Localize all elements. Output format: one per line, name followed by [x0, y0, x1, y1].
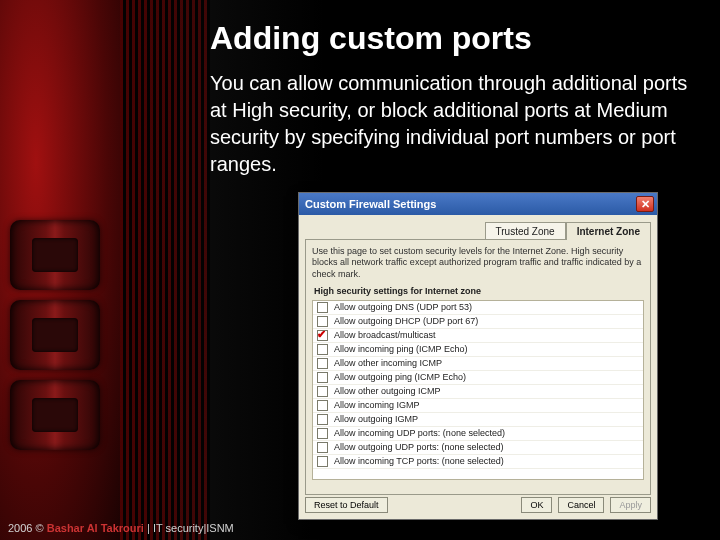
list-item-label: Allow outgoing IGMP	[334, 414, 418, 424]
left-decor-panel	[0, 0, 120, 540]
list-item[interactable]: Allow incoming ping (ICMP Echo)	[313, 343, 643, 357]
list-item[interactable]: Allow incoming TCP ports: (none selected…	[313, 455, 643, 469]
checkbox-icon[interactable]	[317, 414, 328, 425]
dialog-title: Custom Firewall Settings	[305, 198, 436, 210]
decor-stripes	[120, 0, 210, 540]
close-button[interactable]: ✕	[636, 196, 654, 212]
checkbox-icon[interactable]	[317, 386, 328, 397]
list-item-label: Allow outgoing ping (ICMP Echo)	[334, 372, 466, 382]
checkbox-icon[interactable]	[317, 344, 328, 355]
footer-org: IT security|ISNM	[153, 522, 234, 534]
list-item-label: Allow outgoing UDP ports: (none selected…	[334, 442, 503, 452]
list-item[interactable]: Allow outgoing DNS (UDP port 53)	[313, 301, 643, 315]
dialog-tab-panel: Use this page to set custom security lev…	[305, 239, 651, 495]
apply-button[interactable]: Apply	[610, 497, 651, 513]
list-item[interactable]: Allow incoming UDP ports: (none selected…	[313, 427, 643, 441]
list-item-label: Allow incoming UDP ports: (none selected…	[334, 428, 505, 438]
checkbox-icon[interactable]	[317, 442, 328, 453]
list-item-label: Allow incoming ping (ICMP Echo)	[334, 344, 467, 354]
dialog-group-label: High security settings for Internet zone	[314, 286, 644, 296]
settings-list[interactable]: Allow outgoing DNS (UDP port 53) Allow o…	[312, 300, 644, 480]
list-item[interactable]: Allow incoming IGMP	[313, 399, 643, 413]
dialog-description: Use this page to set custom security lev…	[312, 246, 644, 280]
dialog-tabs: Trusted Zone Internet Zone	[305, 221, 651, 239]
checkbox-icon[interactable]	[317, 400, 328, 411]
list-item[interactable]: Allow other incoming ICMP	[313, 357, 643, 371]
close-icon: ✕	[641, 199, 650, 210]
slide: Adding custom ports You can allow commun…	[0, 0, 720, 540]
lock-tumbler-3	[10, 380, 100, 450]
dialog-titlebar[interactable]: Custom Firewall Settings ✕	[299, 193, 657, 215]
reset-button[interactable]: Reset to Default	[305, 497, 388, 513]
ok-button[interactable]: OK	[521, 497, 552, 513]
list-item-label: Allow other incoming ICMP	[334, 358, 442, 368]
list-item-label: Allow other outgoing ICMP	[334, 386, 441, 396]
list-item[interactable]: Allow outgoing UDP ports: (none selected…	[313, 441, 643, 455]
tab-internet-zone[interactable]: Internet Zone	[566, 222, 651, 240]
list-item-label: Allow outgoing DHCP (UDP port 67)	[334, 316, 478, 326]
checkbox-icon[interactable]	[317, 358, 328, 369]
tab-trusted-zone[interactable]: Trusted Zone	[485, 222, 566, 240]
list-item[interactable]: Allow outgoing DHCP (UDP port 67)	[313, 315, 643, 329]
list-item-label: Allow outgoing DNS (UDP port 53)	[334, 302, 472, 312]
slide-footer: 2006 © Bashar Al Takrouri | IT security|…	[8, 522, 234, 534]
footer-sep: |	[147, 522, 150, 534]
checkbox-icon[interactable]	[317, 302, 328, 313]
cancel-button[interactable]: Cancel	[558, 497, 604, 513]
list-item[interactable]: Allow broadcast/multicast	[313, 329, 643, 343]
checkbox-icon[interactable]	[317, 428, 328, 439]
dialog-button-row: Reset to Default OK Cancel Apply	[305, 497, 651, 513]
list-item-label: Allow incoming TCP ports: (none selected…	[334, 456, 504, 466]
footer-author: Bashar Al Takrouri	[47, 522, 144, 534]
lock-tumbler-1	[10, 220, 100, 290]
checkbox-icon[interactable]	[317, 316, 328, 327]
slide-title: Adding custom ports	[210, 20, 700, 57]
list-item[interactable]: Allow other outgoing ICMP	[313, 385, 643, 399]
firewall-dialog: Custom Firewall Settings ✕ Trusted Zone …	[298, 192, 658, 520]
slide-body: You can allow communication through addi…	[210, 70, 690, 178]
list-item[interactable]: Allow outgoing ping (ICMP Echo)	[313, 371, 643, 385]
list-item-label: Allow broadcast/multicast	[334, 330, 436, 340]
footer-year: 2006 ©	[8, 522, 44, 534]
lock-tumbler-2	[10, 300, 100, 370]
checkbox-icon[interactable]	[317, 456, 328, 467]
list-item[interactable]: Allow outgoing IGMP	[313, 413, 643, 427]
checkbox-icon[interactable]	[317, 372, 328, 383]
checkbox-icon[interactable]	[317, 330, 328, 341]
list-item-label: Allow incoming IGMP	[334, 400, 420, 410]
